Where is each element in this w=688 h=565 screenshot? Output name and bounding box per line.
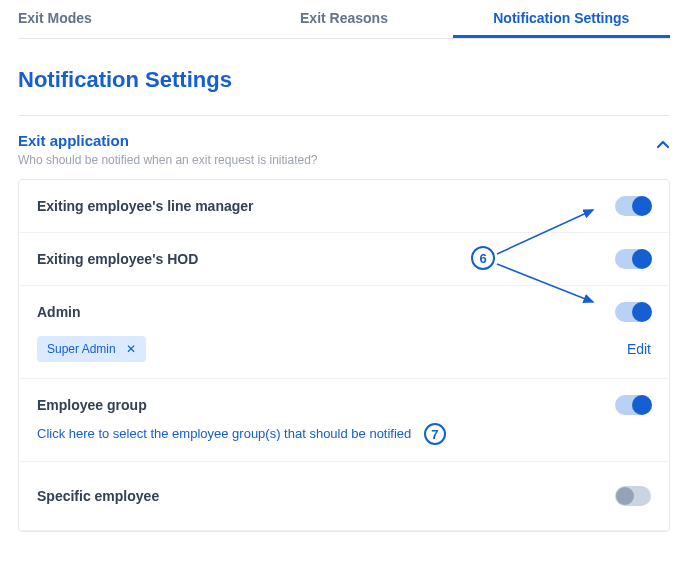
- chevron-up-icon[interactable]: [656, 136, 670, 157]
- row-label: Exiting employee's line manager: [37, 198, 254, 214]
- annotation-badge-6: 6: [471, 246, 495, 270]
- row-employee-group: Employee group: [19, 379, 669, 423]
- toggle-knob: [632, 395, 652, 415]
- toggle-specific-employee[interactable]: [615, 486, 651, 506]
- row-line-manager: Exiting employee's line manager: [19, 180, 669, 233]
- select-group-link[interactable]: Click here to select the employee group(…: [37, 426, 411, 441]
- row-hod: Exiting employee's HOD: [19, 233, 669, 286]
- toggle-knob: [632, 302, 652, 322]
- toggle-line-manager[interactable]: [615, 196, 651, 216]
- toggle-admin[interactable]: [615, 302, 651, 322]
- tab-exit-modes[interactable]: Exit Modes: [18, 0, 235, 38]
- row-label: Exiting employee's HOD: [37, 251, 198, 267]
- row-label: Admin: [37, 304, 81, 320]
- edit-link[interactable]: Edit: [627, 341, 651, 357]
- chip-super-admin: Super Admin ✕: [37, 336, 146, 362]
- row-admin: Admin: [19, 286, 669, 328]
- tab-notification-settings[interactable]: Notification Settings: [453, 0, 670, 38]
- divider: [18, 115, 670, 116]
- chip-label: Super Admin: [47, 342, 116, 356]
- tabs: Exit Modes Exit Reasons Notification Set…: [18, 0, 670, 39]
- toggle-knob: [616, 487, 634, 505]
- toggle-knob: [632, 249, 652, 269]
- row-label: Employee group: [37, 397, 147, 413]
- section-subtitle: Who should be notified when an exit requ…: [18, 153, 318, 167]
- tab-label: Notification Settings: [493, 10, 629, 26]
- toggle-hod[interactable]: [615, 249, 651, 269]
- group-sublink-row: Click here to select the employee group(…: [19, 423, 669, 462]
- section-header: Exit application Who should be notified …: [18, 132, 670, 167]
- row-specific-employee: Specific employee: [19, 462, 669, 531]
- admin-chip-row: Super Admin ✕ Edit: [19, 328, 669, 379]
- tab-exit-reasons[interactable]: Exit Reasons: [235, 0, 452, 38]
- tab-label: Exit Reasons: [300, 10, 388, 26]
- page-title: Notification Settings: [18, 67, 670, 93]
- section-title: Exit application: [18, 132, 318, 149]
- close-icon[interactable]: ✕: [126, 342, 136, 356]
- annotation-badge-7: 7: [424, 423, 446, 445]
- tab-label: Exit Modes: [18, 10, 92, 26]
- toggle-employee-group[interactable]: [615, 395, 651, 415]
- row-label: Specific employee: [37, 488, 159, 504]
- settings-panel: Exiting employee's line manager Exiting …: [18, 179, 670, 532]
- toggle-knob: [632, 196, 652, 216]
